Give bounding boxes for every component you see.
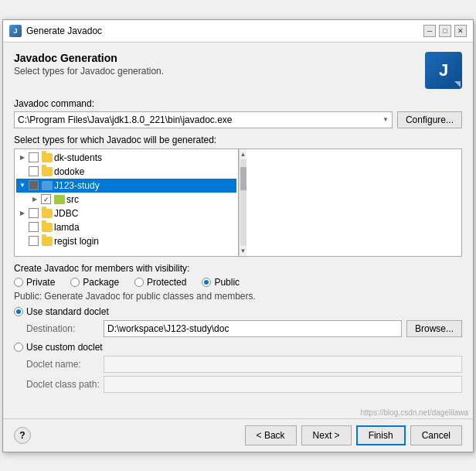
folder-icon-lamda — [42, 223, 53, 232]
label-lamda: lamda — [54, 222, 80, 233]
tree-item-src[interactable]: ▶ src — [16, 193, 236, 206]
tree-item-dodoke[interactable]: dodoke — [16, 165, 236, 179]
footer-right: < Back Next > Finish Cancel — [245, 425, 462, 445]
label-dodoke: dodoke — [54, 166, 84, 177]
back-button[interactable]: < Back — [245, 425, 297, 445]
radio-protected[interactable]: Protected — [134, 277, 186, 288]
radio-circle-package — [70, 278, 80, 287]
radio-label-protected: Protected — [147, 277, 186, 288]
tree-item-jdbc[interactable]: ▶ JDBC — [16, 206, 236, 220]
title-bar-left: J Generate Javadoc — [9, 25, 102, 37]
doclet-classpath-label: Doclet class path: — [26, 379, 104, 390]
checkbox-src[interactable] — [41, 194, 51, 204]
checkbox-dodoke[interactable] — [29, 166, 39, 176]
dialog-title: Javadoc Generation — [14, 52, 164, 64]
dialog-content: Javadoc Generation Select types for Java… — [3, 43, 473, 407]
radio-label-public: Public — [214, 277, 240, 288]
combo-arrow-icon: ▼ — [382, 116, 389, 123]
radio-label-package: Package — [83, 277, 119, 288]
title-bar-controls: ─ □ ✕ — [423, 25, 467, 37]
javadoc-command-label: Javadoc command: — [14, 98, 462, 109]
arrow-src: ▶ — [30, 196, 39, 203]
doclet-classpath-input — [104, 376, 462, 393]
arrow-j123-study: ▼ — [18, 182, 27, 189]
tree-item-regist-login[interactable]: regist login — [16, 234, 236, 248]
header-section: Javadoc Generation Select types for Java… — [14, 52, 462, 89]
tree-item-lamda[interactable]: lamda — [16, 220, 236, 234]
standard-doclet-radio[interactable]: Use standard doclet — [14, 306, 462, 317]
watermark: https://blog.csdn.net/dagelilawa — [3, 407, 473, 418]
radio-label-private: Private — [26, 277, 55, 288]
logo-arrow — [454, 81, 461, 87]
src-icon-j123-study — [42, 181, 53, 190]
tree-panel: ▶ dk-students dodoke — [14, 148, 462, 257]
visibility-label: Create Javadoc for members with visibili… — [14, 263, 462, 274]
tree-section-label: Select types for which Javadoc will be g… — [14, 135, 462, 145]
cancel-button[interactable]: Cancel — [410, 425, 462, 445]
tree-left-pane[interactable]: ▶ dk-students dodoke — [15, 149, 239, 256]
standard-doclet-section: Use standard doclet Destination: Browse.… — [14, 306, 462, 337]
folder-icon-dodoke — [42, 167, 53, 176]
close-button[interactable]: ✕ — [454, 25, 467, 37]
dialog-subtitle: Select types for Javadoc generation. — [14, 66, 164, 77]
tree-section: Select types for which Javadoc will be g… — [14, 135, 462, 257]
finish-button[interactable]: Finish — [356, 425, 406, 445]
maximize-button[interactable]: □ — [439, 25, 451, 37]
custom-doclet-label: Use custom doclet — [26, 342, 103, 353]
doclet-name-input — [104, 356, 462, 373]
arrow-dk-students: ▶ — [18, 154, 27, 161]
checkbox-dk-students[interactable] — [29, 152, 39, 162]
radio-package[interactable]: Package — [70, 277, 119, 288]
destination-label: Destination: — [26, 323, 104, 334]
title-bar: J Generate Javadoc ─ □ ✕ — [3, 20, 473, 43]
doclet-name-label: Doclet name: — [26, 359, 104, 370]
folder-icon-regist-login — [42, 237, 53, 246]
label-dk-students: dk-students — [54, 152, 102, 163]
help-button[interactable]: ? — [14, 427, 31, 444]
destination-input[interactable] — [104, 320, 402, 337]
tree-right-pane — [246, 149, 461, 256]
javadoc-logo: J — [425, 52, 462, 89]
label-jdbc: JDBC — [54, 208, 78, 219]
custom-doclet-section: Use custom doclet Doclet name: Doclet cl… — [14, 342, 462, 393]
label-regist-login: regist login — [54, 236, 99, 247]
javadoc-command-value: C:\Program Files\Java\jdk1.8.0_221\bin\j… — [18, 114, 232, 125]
checkbox-jdbc[interactable] — [29, 208, 39, 218]
configure-button[interactable]: Configure... — [397, 111, 462, 128]
header-text: Javadoc Generation Select types for Java… — [14, 52, 164, 77]
tree-scrollbar[interactable]: ▲ ▼ — [239, 149, 246, 256]
tree-item-j123-study[interactable]: ▼ J123-study — [16, 179, 236, 193]
folder-icon-jdbc — [42, 209, 53, 218]
window-icon: J — [9, 25, 22, 37]
footer-left: ? — [14, 427, 31, 444]
label-src: src — [66, 194, 79, 205]
doclet-name-row: Doclet name: — [26, 356, 462, 373]
radio-circle-protected — [134, 278, 144, 287]
window-title: Generate Javadoc — [26, 26, 102, 36]
radio-public[interactable]: Public — [202, 277, 240, 288]
minimize-button[interactable]: ─ — [423, 25, 436, 37]
label-j123-study: J123-study — [54, 180, 100, 191]
next-button[interactable]: Next > — [301, 425, 352, 445]
standard-doclet-label: Use standard doclet — [26, 306, 109, 317]
main-window: J Generate Javadoc ─ □ ✕ Javadoc Generat… — [2, 19, 474, 452]
custom-doclet-radio[interactable]: Use custom doclet — [14, 342, 462, 353]
checkbox-regist-login[interactable] — [29, 236, 39, 246]
radio-circle-private — [14, 278, 23, 287]
radio-circle-custom — [14, 343, 23, 352]
visibility-radio-row: Private Package Protected Public — [14, 277, 462, 288]
destination-row: Destination: Browse... — [26, 320, 462, 337]
browse-button[interactable]: Browse... — [406, 320, 462, 337]
checkbox-j123-study[interactable] — [29, 180, 39, 190]
visibility-description: Public: Generate Javadoc for public clas… — [14, 291, 462, 302]
radio-private[interactable]: Private — [14, 277, 55, 288]
checkbox-lamda[interactable] — [29, 222, 39, 232]
tree-item-dk-students[interactable]: ▶ dk-students — [16, 151, 236, 165]
radio-circle-standard — [14, 307, 23, 316]
visibility-section: Create Javadoc for members with visibili… — [14, 263, 462, 302]
arrow-jdbc: ▶ — [18, 210, 27, 217]
javadoc-command-combo[interactable]: C:\Program Files\Java\jdk1.8.0_221\bin\j… — [14, 111, 393, 128]
doclet-classpath-row: Doclet class path: — [26, 376, 462, 393]
radio-circle-public — [202, 278, 211, 287]
folder-icon-dk-students — [42, 153, 53, 162]
